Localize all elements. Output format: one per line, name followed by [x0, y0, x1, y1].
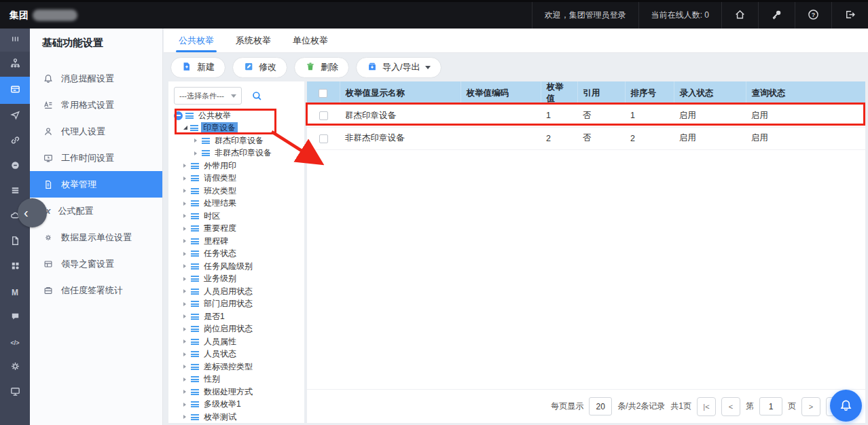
tree-node[interactable]: 任务风险级别: [174, 260, 304, 273]
tree-node[interactable]: 班次类型: [174, 185, 304, 198]
edit-icon: [243, 61, 254, 74]
caret-collapsed-icon[interactable]: [183, 327, 188, 331]
caret-collapsed-icon[interactable]: [183, 227, 188, 231]
password-button[interactable]: [758, 2, 795, 29]
tree-node[interactable]: 时区: [174, 210, 304, 223]
rail-badge-button[interactable]: [0, 154, 30, 179]
tree-node[interactable]: 是否1: [174, 310, 304, 323]
caret-collapsed-icon[interactable]: [183, 264, 188, 268]
sidebar-item-formula-config[interactable]: fx 公式配置: [30, 198, 162, 224]
rail-file-button[interactable]: [0, 229, 30, 255]
caret-collapsed-icon[interactable]: [183, 177, 188, 181]
tree-node[interactable]: 部门启用状态: [174, 298, 304, 311]
caret-collapsed-icon[interactable]: [194, 151, 199, 155]
logout-button[interactable]: [831, 2, 868, 29]
tree-node[interactable]: 重要程度: [174, 223, 304, 236]
tree-node[interactable]: 任务状态: [174, 248, 304, 261]
tree-node-child[interactable]: 群杰印章设备: [174, 134, 304, 147]
caret-collapsed-icon[interactable]: [183, 189, 188, 193]
import-export-button[interactable]: 导入/导出: [356, 57, 441, 78]
table-row[interactable]: 群杰印章设备 1 否 1 启用 启用: [307, 105, 865, 127]
sidebar-item-common-format[interactable]: 常用格式设置: [30, 92, 162, 118]
sidebar-item-work-time[interactable]: 工作时间设置: [30, 145, 162, 171]
caret-collapsed-icon[interactable]: [183, 403, 188, 407]
tree-node[interactable]: 多级枚举1: [174, 399, 304, 411]
select-all-checkbox[interactable]: [319, 89, 327, 98]
next-page-button[interactable]: >: [801, 397, 820, 416]
row-checkbox[interactable]: [319, 111, 328, 120]
tree-node-child[interactable]: 非群杰印章设备: [174, 147, 304, 160]
rail-code-button[interactable]: </>: [0, 330, 30, 355]
new-button[interactable]: 新建: [170, 57, 225, 78]
tree-node[interactable]: 人员状态: [174, 348, 304, 361]
rail-menu-button[interactable]: [0, 29, 30, 52]
rail-m-app-button[interactable]: M: [0, 280, 30, 305]
tree-node[interactable]: 处理结果: [174, 198, 304, 210]
page-number-input[interactable]: [759, 397, 782, 415]
tree-node[interactable]: 人员属性: [174, 335, 304, 348]
sidebar-item-message-reminder[interactable]: 消息提醒设置: [30, 65, 162, 92]
table-row[interactable]: 非群杰印章设备 2 否 2 启用 启用: [307, 127, 865, 149]
rail-chat-button[interactable]: [0, 305, 30, 330]
caret-collapsed-icon[interactable]: [183, 377, 188, 382]
caret-collapsed-icon[interactable]: [183, 339, 188, 344]
tab-system-enum[interactable]: 系统枚举: [236, 29, 271, 52]
delete-button[interactable]: 删除: [294, 57, 349, 78]
condition-select-value: ---选择条件---: [179, 91, 224, 101]
tree-node[interactable]: 人员启用状态: [174, 285, 304, 298]
first-page-button[interactable]: |<: [697, 397, 716, 416]
per-page-input[interactable]: [589, 397, 612, 415]
condition-select[interactable]: ---选择条件---: [174, 87, 242, 105]
caret-collapsed-icon[interactable]: [183, 214, 188, 218]
tree-node[interactable]: 差标强控类型: [174, 361, 304, 373]
sidebar-item-enum-management[interactable]: 枚举管理: [30, 171, 162, 198]
rail-settings-button[interactable]: [0, 355, 30, 380]
caret-collapsed-icon[interactable]: [183, 302, 188, 306]
rail-send-button[interactable]: [0, 104, 30, 129]
rail-monitor-button[interactable]: [0, 380, 30, 405]
help-button[interactable]: ?: [795, 2, 831, 29]
tree-root-public-enum[interactable]: 公共枚举: [174, 109, 304, 122]
search-button[interactable]: [251, 90, 263, 102]
caret-collapsed-icon[interactable]: [183, 365, 188, 369]
rail-link-button[interactable]: [0, 129, 30, 154]
sidebar-item-trust-statistics[interactable]: 信任度签署统计: [30, 277, 162, 303]
tree-node[interactable]: 数据处理方式: [174, 386, 304, 399]
caret-collapsed-icon[interactable]: [183, 390, 188, 394]
caret-collapsed-icon[interactable]: [183, 164, 188, 168]
tree-node[interactable]: 枚举测试: [174, 411, 304, 423]
collapse-minus-icon[interactable]: [174, 111, 183, 120]
sidebar-item-display-unit[interactable]: 数据显示单位设置: [30, 224, 162, 251]
caret-collapsed-icon[interactable]: [183, 415, 188, 419]
tree-node[interactable]: 请假类型: [174, 172, 304, 185]
tree-node[interactable]: 业务级别: [174, 273, 304, 286]
rail-orgchart-button[interactable]: [0, 52, 30, 77]
row-checkbox[interactable]: [319, 134, 328, 143]
sidebar-item-leader-window[interactable]: 领导之窗设置: [30, 251, 162, 277]
prev-page-button[interactable]: <: [721, 397, 740, 416]
tree-node[interactable]: 外带用印: [174, 160, 304, 172]
home-button[interactable]: [721, 2, 758, 29]
caret-collapsed-icon[interactable]: [194, 138, 199, 143]
caret-collapsed-icon[interactable]: [183, 202, 188, 206]
caret-expanded-icon[interactable]: [183, 126, 187, 130]
tab-unit-enum[interactable]: 单位枚举: [293, 29, 328, 52]
tree-node[interactable]: 性别: [174, 373, 304, 386]
caret-collapsed-icon[interactable]: [183, 252, 188, 256]
tree-node[interactable]: 里程碑: [174, 235, 304, 248]
edit-button[interactable]: 修改: [232, 57, 287, 78]
tab-public-enum[interactable]: 公共枚举: [179, 29, 214, 52]
sidebar-item-agent[interactable]: 代理人设置: [30, 118, 162, 145]
tree-node-seal-device[interactable]: 印章设备: [174, 122, 304, 135]
caret-collapsed-icon[interactable]: [183, 277, 188, 281]
table-header-row: 枚举值显示名称 枚举值编码 枚举值 引用 排序号 录入状态 查询状态: [307, 81, 865, 105]
caret-collapsed-icon[interactable]: [183, 289, 188, 293]
caret-collapsed-icon[interactable]: [183, 314, 188, 318]
caret-collapsed-icon[interactable]: [183, 239, 188, 243]
caret-collapsed-icon[interactable]: [183, 352, 188, 356]
tree-node[interactable]: 岗位启用状态: [174, 323, 304, 336]
notification-fab[interactable]: [830, 390, 862, 422]
sidebar-collapse-button[interactable]: ‹: [18, 198, 47, 227]
rail-grid-button[interactable]: [0, 255, 30, 280]
rail-workspace-button-selected[interactable]: [0, 77, 30, 104]
